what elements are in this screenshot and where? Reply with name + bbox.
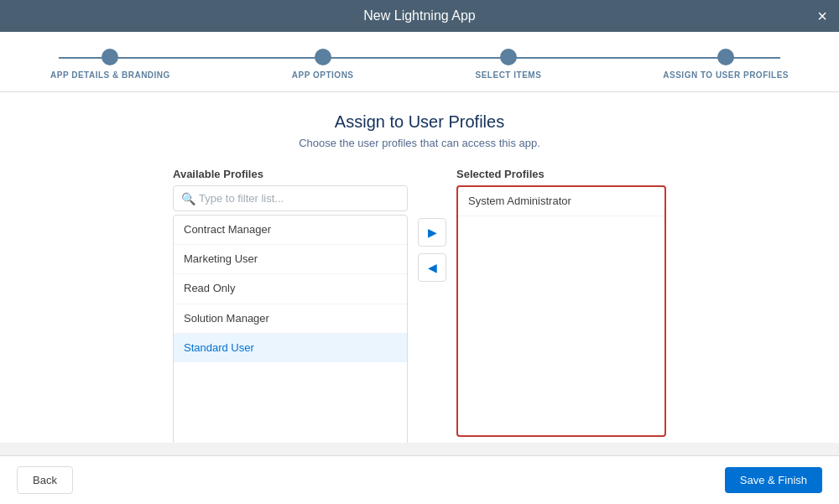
footer: Back Save & Finish xyxy=(0,455,839,504)
filter-input-wrapper: 🔍 xyxy=(173,185,408,211)
list-item[interactable]: Read Only xyxy=(174,274,407,304)
back-button[interactable]: Back xyxy=(17,466,73,494)
list-item[interactable]: Marketing User xyxy=(174,245,407,274)
available-profiles-listbox[interactable]: Contract Manager Marketing User Read Onl… xyxy=(173,215,408,443)
selected-item[interactable]: System Administrator xyxy=(458,187,664,216)
save-finish-button[interactable]: Save & Finish xyxy=(725,467,822,493)
move-right-button[interactable]: ▶ xyxy=(418,218,446,247)
available-profiles-section: Available Profiles 🔍 Contract Manager Ma… xyxy=(173,168,408,443)
page-title: Assign to User Profiles xyxy=(34,112,805,132)
step-dot-app-options xyxy=(315,49,331,65)
step-label-assign-profiles: Assign to User Profiles xyxy=(663,70,789,80)
search-input[interactable] xyxy=(173,185,408,211)
step-dot-app-details xyxy=(102,49,118,65)
step-label-app-options: App Options xyxy=(292,70,354,80)
step-dot-select-items xyxy=(500,49,517,65)
list-item-selected[interactable]: Standard User xyxy=(174,334,407,362)
title-bar-text: New Lightning App xyxy=(363,8,475,23)
stepper: App Details & Branding App Options Selec… xyxy=(50,49,789,80)
step-app-details: App Details & Branding xyxy=(50,49,170,80)
list-item[interactable]: Solution Manager xyxy=(174,304,407,334)
title-bar: New Lightning App × xyxy=(0,0,839,32)
move-buttons: ▶ ◀ xyxy=(408,218,456,282)
available-profiles-label: Available Profiles xyxy=(173,168,408,180)
selected-profiles-section: Selected Profiles System Administrator xyxy=(456,168,666,437)
selected-profiles-listbox[interactable]: System Administrator xyxy=(456,185,666,437)
step-label-select-items: Select Items xyxy=(476,70,542,80)
search-icon: 🔍 xyxy=(181,192,195,205)
step-dot-assign-profiles xyxy=(717,49,734,65)
step-assign-profiles: Assign to User Profiles xyxy=(663,49,789,80)
step-label-app-details: App Details & Branding xyxy=(50,70,170,80)
list-item[interactable]: Contract Manager xyxy=(174,216,407,245)
close-button[interactable]: × xyxy=(817,8,827,24)
step-select-items: Select Items xyxy=(476,49,542,80)
page-subtitle: Choose the user profiles that can access… xyxy=(34,137,805,149)
dual-listbox: Available Profiles 🔍 Contract Manager Ma… xyxy=(34,168,805,443)
stepper-wrapper: App Details & Branding App Options Selec… xyxy=(0,32,839,92)
move-left-button[interactable]: ◀ xyxy=(418,253,446,282)
selected-profiles-label: Selected Profiles xyxy=(456,168,666,180)
main-content: Assign to User Profiles Choose the user … xyxy=(0,92,839,443)
step-app-options: App Options xyxy=(292,49,354,80)
